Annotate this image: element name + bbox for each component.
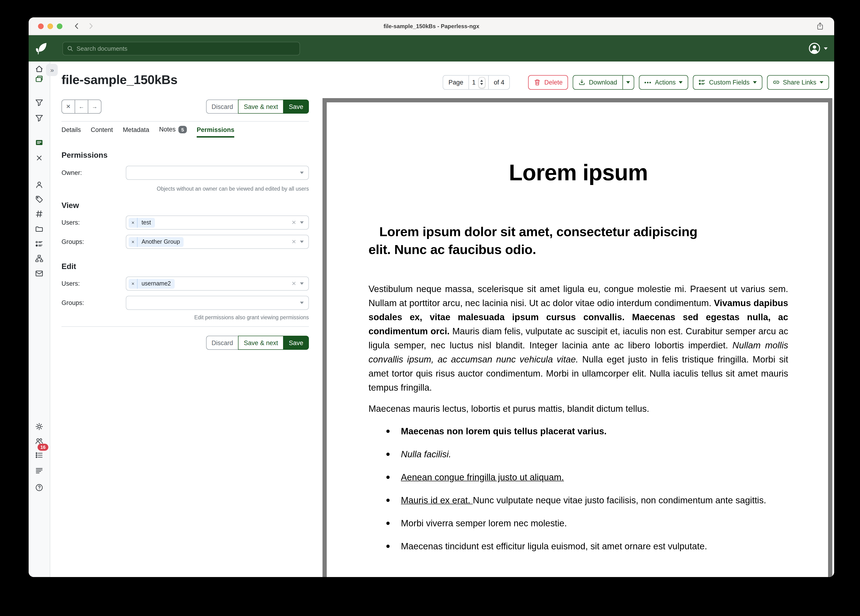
next-document-button[interactable]: → [88, 99, 101, 114]
browser-forward-icon[interactable] [87, 22, 95, 30]
page-number-stepper[interactable] [479, 77, 485, 88]
sidebar-item-saved-view-2[interactable] [33, 112, 45, 124]
detail-tabs: Details Content Metadata Notes5 Permissi… [61, 126, 234, 137]
chevron-down-icon [300, 171, 304, 174]
bullet-item: Nulla facilisi. [401, 448, 788, 461]
save-button[interactable]: Save [283, 99, 309, 114]
tab-notes[interactable]: Notes5 [159, 126, 187, 137]
page-title: file-sample_150kBs [61, 73, 177, 87]
tab-metadata[interactable]: Metadata [123, 126, 149, 137]
pdf-preview-frame[interactable]: Lorem ipsum Lorem ipsum dolor sit amet, … [322, 98, 832, 577]
page-number-input[interactable] [471, 79, 477, 86]
download-options-button[interactable] [622, 75, 634, 90]
owner-row: Owner: [61, 166, 309, 180]
permissions-heading: Permissions [61, 151, 108, 160]
folder-icon [35, 225, 43, 233]
discard-button[interactable]: Discard [206, 336, 239, 350]
bullet-item: Morbi viverra semper lorem nec molestie. [401, 517, 788, 530]
sidebar-item-settings[interactable] [33, 421, 45, 432]
funnel-icon [35, 114, 43, 122]
envelope-icon [35, 269, 43, 278]
close-window-button[interactable] [38, 23, 44, 29]
selected-item-chip: × username2 [129, 279, 175, 289]
pdf-doc-heading: Lorem ipsum dolor sit amet, consectetur … [369, 223, 788, 259]
tab-permissions[interactable]: Permissions [197, 126, 234, 137]
chevron-down-icon [820, 81, 823, 83]
save-button-group-top: Discard Save & next Save [206, 99, 309, 114]
custom-fields-button[interactable]: Custom Fields [693, 75, 762, 90]
actions-button[interactable]: ••• Actions [639, 75, 689, 90]
sidebar-item-tags[interactable] [33, 193, 45, 205]
zoom-window-button[interactable] [57, 23, 63, 29]
owner-select[interactable] [126, 166, 309, 180]
notes-count-badge: 5 [178, 126, 187, 133]
sidebar-item-custom-fields[interactable] [33, 238, 45, 250]
sidebar-item-correspondents[interactable] [33, 179, 45, 191]
page-input-segment [469, 75, 489, 90]
clear-selection-icon[interactable]: ✕ [292, 280, 296, 287]
search-icon [67, 46, 73, 52]
search-input[interactable] [77, 45, 295, 52]
close-document-button[interactable]: ✕ [61, 99, 75, 114]
sidebar-item-saved-view-1[interactable] [33, 97, 45, 108]
window-title: file-sample_150kBs - Paperless-ngx [383, 23, 479, 29]
ui-radios-icon [35, 240, 43, 248]
clear-selection-icon[interactable]: ✕ [292, 239, 296, 245]
browser-back-icon[interactable] [73, 22, 81, 30]
sidebar-item-documentation[interactable] [33, 482, 45, 493]
view-groups-select[interactable]: × Another Group ✕ [126, 235, 309, 249]
traffic-lights [38, 23, 63, 29]
link-icon [772, 79, 780, 86]
hash-icon [35, 210, 43, 218]
download-button[interactable]: Download [573, 75, 623, 90]
view-groups-label: Groups: [61, 238, 84, 245]
screen: file-sample_150kBs - Paperless-ngx [0, 0, 860, 616]
selected-item-chip: × Another Group [129, 237, 184, 247]
user-menu[interactable] [808, 42, 828, 55]
sidebar-item-documents[interactable] [33, 73, 45, 85]
edit-users-select[interactable]: × username2 ✕ [126, 277, 309, 291]
edit-groups-select[interactable] [126, 296, 309, 310]
share-icon[interactable] [816, 21, 824, 31]
download-icon [579, 79, 585, 86]
sidebar-item-workflows[interactable] [33, 253, 45, 264]
sidebar-item-document-types[interactable] [33, 208, 45, 220]
share-links-button[interactable]: Share Links [767, 75, 829, 90]
edit-help-text: Edit permissions also grant viewing perm… [195, 314, 309, 320]
sidebar-item-dashboard[interactable] [33, 63, 45, 75]
sidebar-item-open-document[interactable] [33, 137, 45, 148]
previous-document-button[interactable]: ← [75, 99, 88, 114]
chip-remove-icon[interactable]: × [129, 218, 138, 228]
edit-groups-label: Groups: [61, 299, 84, 306]
footer-divider [61, 326, 309, 327]
view-users-select[interactable]: × test ✕ [126, 215, 309, 229]
owner-help-text: Objects without an owner can be viewed a… [157, 186, 309, 192]
app-navbar [29, 35, 834, 61]
x-icon [35, 154, 43, 162]
search-bar [63, 42, 300, 55]
chevron-down-icon [626, 81, 630, 83]
edit-users-row: Users: × username2 ✕ [61, 277, 309, 291]
chip-remove-icon[interactable]: × [129, 279, 138, 289]
chip-remove-icon[interactable]: × [129, 237, 138, 247]
document-toolbar: Page of 4 Delete Do [443, 75, 829, 90]
expand-sidebar-button[interactable]: » [46, 64, 58, 76]
chevron-down-icon [679, 81, 683, 83]
save-and-next-button[interactable]: Save & next [238, 336, 284, 350]
save-button[interactable]: Save [283, 336, 309, 350]
clear-selection-icon[interactable]: ✕ [292, 219, 296, 226]
tab-content[interactable]: Content [91, 126, 113, 137]
discard-button[interactable]: Discard [206, 99, 239, 114]
minimize-window-button[interactable] [47, 23, 53, 29]
person-circle-icon [808, 42, 821, 55]
sidebar-item-close-all-documents[interactable] [33, 152, 45, 164]
save-and-next-button[interactable]: Save & next [238, 99, 284, 114]
sidebar-item-mail[interactable] [33, 268, 45, 279]
delete-button[interactable]: Delete [528, 75, 568, 90]
bullet-item: Mauris id ex erat. Nunc vulputate neque … [401, 494, 788, 507]
sidebar-item-storage-paths[interactable] [33, 223, 45, 235]
chevron-down-icon [300, 222, 304, 224]
sidebar-item-tasks[interactable]: 16 [33, 449, 45, 461]
tab-details[interactable]: Details [61, 126, 81, 137]
sidebar-item-logs[interactable] [33, 465, 45, 476]
